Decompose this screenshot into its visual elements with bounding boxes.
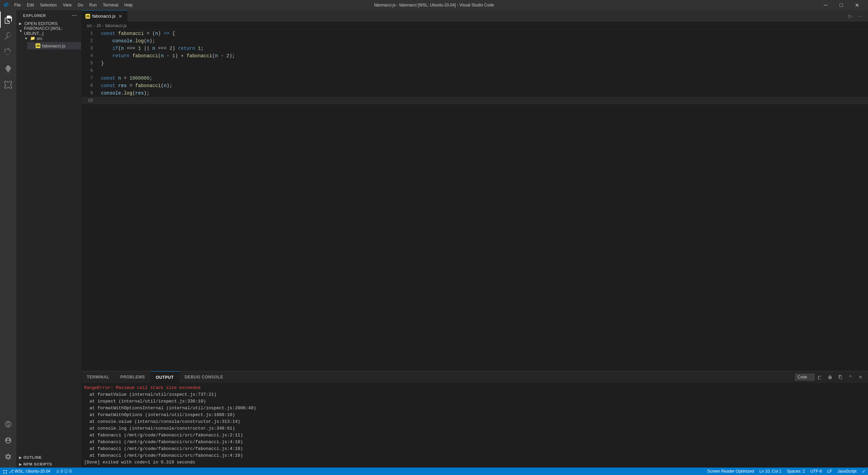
breadcrumb-src[interactable]: src [87, 23, 92, 28]
output-error-line: RangeError: Maximum call stack size exce… [84, 385, 865, 391]
clear-output-button[interactable] [815, 372, 825, 382]
sidebar-file-fabonacci[interactable]: ▶ JS fabonacci.js [27, 42, 81, 49]
titlebar-controls: ─ □ ✕ [818, 0, 865, 10]
code-content-2: console.log(n); [98, 37, 868, 45]
activity-extensions[interactable] [0, 77, 16, 93]
code-editor[interactable]: 1 const fabonacci = (n) => { 2 console.l… [81, 30, 868, 371]
menu-view[interactable]: View [60, 2, 74, 8]
status-eol[interactable]: LF [825, 468, 835, 475]
status-remote-connect-icon: ⤢ [862, 469, 865, 474]
titlebar-menu: File Edit Selection View Go Run Terminal… [12, 2, 135, 8]
activity-explorer[interactable] [0, 12, 16, 28]
activity-settings[interactable] [0, 449, 16, 465]
close-panel-button[interactable]: ✕ [856, 372, 865, 382]
panel-tab-debug[interactable]: DEBUG CONSOLE [179, 371, 229, 383]
activity-run-debug[interactable] [0, 60, 16, 77]
sidebar-project-header[interactable]: ▼ FABONACCI [WSL: UBUNT...] [16, 27, 81, 35]
status-cursor-position[interactable]: Ln 10, Col 1 [757, 468, 784, 475]
src-label: src [37, 36, 42, 41]
output-trace-2: at inspect (internal/util/inspect.js:336… [84, 398, 865, 405]
open-editors-arrow: ▶ [19, 22, 24, 25]
open-editors-label: OPEN EDITORS [24, 21, 58, 26]
editor-area: JS fabonacci.js ✕ ▷ ··· src › JS › fabon… [81, 10, 868, 468]
close-button[interactable]: ✕ [849, 0, 865, 10]
activity-search[interactable] [0, 28, 16, 44]
outline-label: OUTLINE [23, 455, 42, 459]
maximize-panel-button[interactable]: ^ [846, 372, 855, 382]
code-line-10: 10 [81, 97, 868, 104]
status-indentation[interactable]: Spaces: 2 [784, 468, 808, 475]
menu-terminal[interactable]: Terminal [100, 2, 121, 8]
activity-remote[interactable] [0, 416, 16, 432]
activity-account[interactable] [0, 432, 16, 449]
remote-icon [3, 469, 7, 474]
maximize-button[interactable]: □ [833, 0, 849, 10]
breadcrumb-js[interactable]: JS [96, 23, 101, 28]
panel-area: TERMINAL PROBLEMS OUTPUT DEBUG CONSOLE C… [81, 371, 868, 468]
status-encoding[interactable]: UTF-8 [808, 468, 825, 475]
code-line-3: 3 if(n === 1 || n === 2) return 1; [81, 45, 868, 52]
menu-help[interactable]: Help [122, 2, 136, 8]
status-left: ⎇ WSL: Ubuntu-20.04 ⚠ 0 ⓘ 0 [0, 468, 74, 475]
output-source-dropdown[interactable]: Code [795, 374, 814, 380]
output-trace-7: at fabonacci (/mnt/g/code/fabonacci/src/… [84, 432, 865, 439]
code-content-8: const res = fabonacci(n); [98, 82, 868, 89]
titlebar: File Edit Selection View Go Run Terminal… [0, 0, 868, 10]
status-errors[interactable]: ⚠ 0 ⓘ 0 [53, 468, 74, 475]
sidebar-title: EXPLORER [23, 14, 46, 18]
breadcrumb-file[interactable]: fabonacci.js [105, 23, 126, 28]
line-num-1: 1 [81, 30, 98, 37]
sidebar-outline[interactable]: ▶ OUTLINE [16, 454, 81, 461]
output-trace-1: at formatValue (internal/util/inspect.js… [84, 391, 865, 398]
panel-tab-terminal[interactable]: TERMINAL [81, 371, 115, 383]
minimize-button[interactable]: ─ [818, 0, 833, 10]
line-num-6: 6 [81, 67, 98, 75]
breadcrumb: src › JS › fabonacci.js [81, 22, 868, 30]
titlebar-title: fabonacci.js - fabonacci [WSL: Ubuntu-20… [374, 3, 494, 7]
sidebar-header: EXPLORER ··· [16, 10, 81, 20]
line-num-3: 3 [81, 45, 98, 52]
tab-close-button[interactable]: ✕ [118, 14, 123, 19]
tab-fabonacci[interactable]: JS fabonacci.js ✕ [81, 10, 127, 22]
js-file-icon: JS [35, 43, 41, 48]
line-num-2: 2 [81, 37, 98, 45]
sidebar-npm-scripts[interactable]: ▶ NPM SCRIPTS [16, 461, 81, 468]
activity-bottom [0, 416, 16, 468]
panel-tab-output[interactable]: OUTPUT [151, 371, 179, 383]
sidebar-src-folder[interactable]: ▼ 📁 src [22, 35, 81, 42]
tab-bar: JS fabonacci.js ✕ ▷ ··· [81, 10, 868, 22]
code-content-4: return fabonacci(n - 1) + fabonacci(n - … [98, 52, 868, 60]
code-content-9: console.log(res); [98, 89, 868, 97]
titlebar-left: File Edit Selection View Go Run Terminal… [3, 2, 135, 8]
menu-run[interactable]: Run [86, 2, 99, 8]
menu-file[interactable]: File [12, 2, 23, 8]
breadcrumb-sep-2: › [102, 23, 104, 28]
status-screen-reader[interactable]: Screen Reader Optimized [705, 468, 757, 475]
menu-go[interactable]: Go [75, 2, 86, 8]
run-button[interactable]: ▷ [846, 11, 855, 21]
code-content-6 [98, 67, 868, 75]
output-trace-6: at console.log (internal/console/constru… [84, 425, 865, 432]
code-content-10 [98, 97, 868, 104]
panel-content[interactable]: RangeError: Maximum call stack size exce… [81, 383, 868, 468]
panel-tab-problems[interactable]: PROBLEMS [115, 371, 151, 383]
code-line-6: 6 [81, 67, 868, 75]
sidebar-more-button[interactable]: ··· [72, 13, 77, 18]
status-language[interactable]: JavaScript [835, 468, 859, 475]
app-icon [3, 2, 9, 8]
line-num-8: 8 [81, 82, 98, 89]
copy-output-button[interactable] [835, 372, 845, 382]
sidebar-bottom: ▶ OUTLINE ▶ NPM SCRIPTS [16, 454, 81, 468]
status-remote-connect[interactable]: ⤢ [859, 468, 868, 475]
line-num-7: 7 [81, 75, 98, 82]
status-bar: ⎇ WSL: Ubuntu-20.04 ⚠ 0 ⓘ 0 Screen Reade… [0, 468, 868, 475]
output-trace-3: at formatWithOptionsInternal (internal/u… [84, 405, 865, 412]
status-remote[interactable]: ⎇ WSL: Ubuntu-20.04 [0, 468, 53, 475]
activity-source-control[interactable] [0, 44, 16, 60]
more-actions-button[interactable]: ··· [856, 11, 865, 21]
code-content-1: const fabonacci = (n) => { [98, 30, 868, 37]
menu-edit[interactable]: Edit [24, 2, 37, 8]
lock-output-button[interactable] [825, 372, 835, 382]
menu-selection[interactable]: Selection [37, 2, 59, 8]
code-content-3: if(n === 1 || n === 2) return 1; [98, 45, 868, 52]
